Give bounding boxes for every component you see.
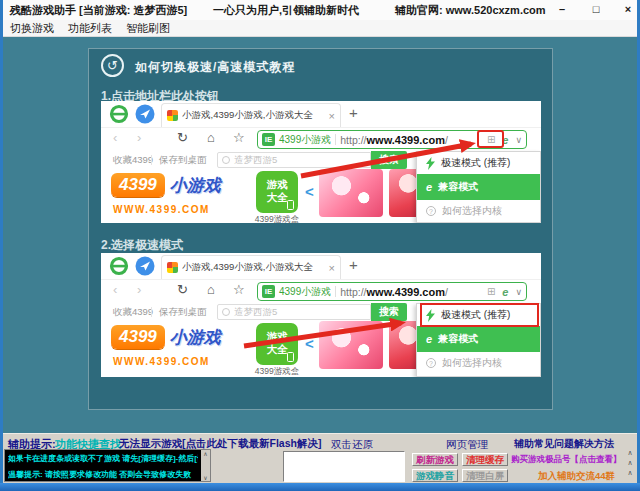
ie-icon: e (426, 333, 432, 345)
url-protocol: http:// (340, 134, 366, 146)
chevron-down-icon: ∨ (515, 135, 522, 145)
menu-feature-list[interactable]: 功能列表 (68, 21, 112, 36)
divider (151, 307, 152, 317)
restore-box[interactable] (283, 451, 405, 482)
search-placeholder: 造梦西游5 (234, 306, 277, 319)
window-website: 辅助官网: www.520cxzm.com (395, 3, 546, 18)
minimize-button[interactable]: – (553, 3, 571, 15)
clear-cache-button[interactable]: 清理缓存 (462, 453, 508, 466)
nav-back-icon: ‹ (113, 130, 117, 145)
tab-title: 小游戏,4399小游戏,小游戏大全 (182, 261, 313, 274)
grid-icon: ⊞ (487, 286, 495, 297)
address-bar: IE 4399小游戏 http://www.4399.com/ ⊞ e ∨ (257, 282, 527, 301)
highlight-box-address (477, 130, 504, 148)
search-button: 搜索 (371, 303, 407, 321)
url-host: www.4399.com (367, 286, 445, 298)
divider (335, 134, 336, 145)
url-text: http://www.4399.com/ (340, 134, 448, 146)
logo-suffix: 小游戏 (170, 326, 221, 349)
paper-plane-icon (135, 256, 155, 276)
kernel-badge-icon: IE (262, 133, 275, 146)
bookmark-item: 收藏4399 (113, 154, 153, 167)
site-name: 4399小游戏 (279, 133, 331, 147)
browser-logo-icon (109, 256, 129, 276)
logo-site-url: WWW.4399.COM (113, 356, 210, 367)
web-management-label: 网页管理 (446, 438, 488, 452)
game-thumbnail (319, 169, 383, 217)
gamebox-caption: 4399游戏盒 (249, 214, 305, 223)
title-bar: 残酷游戏助手 [当前游戏: 造梦西游5] 一心只为用户,引领辅助新时代 辅助官网… (3, 0, 637, 20)
maximize-button[interactable]: □ (587, 3, 605, 15)
lightning-icon (426, 157, 435, 170)
tab-favicon-icon (167, 262, 178, 273)
gamebox-icon: 游戏大全 (256, 323, 298, 365)
back-button[interactable]: ↺ (101, 54, 124, 77)
carousel-prev-icon: < (305, 183, 314, 200)
bookmark-item: 收藏4399 (113, 306, 153, 319)
bookmark-item: 保存到桌面 (159, 306, 207, 319)
site-logo: 4399 小游戏 (111, 173, 221, 197)
kernel-badge-icon: IE (262, 285, 275, 298)
dialog-title: 如何切换极速/高速模式教程 (135, 59, 295, 76)
browser-navbar: ‹ › ↻ ⌂ ☆ IE 4399小游戏 http://www.4399.com… (101, 279, 541, 303)
bookmark-item: 保存到桌面 (159, 154, 207, 167)
faq-title: 辅助常见问题解决方法 (514, 437, 614, 451)
logo-suffix: 小游戏 (170, 174, 221, 197)
buy-account-link[interactable]: 购买游戏极品号【点击查看】 (511, 454, 622, 466)
divider (151, 155, 152, 165)
browser-navbar: ‹ › ↻ ⌂ ☆ IE 4399小游戏 http://www.4399.com… (101, 127, 541, 151)
window-bottom-border (0, 483, 640, 491)
site-logo: 4399 小游戏 (111, 325, 221, 349)
tab-close-icon: × (329, 262, 335, 274)
logo-site-url: WWW.4399.COM (113, 204, 210, 215)
menu-smart-farm[interactable]: 智能刷图 (126, 21, 170, 36)
scroll-up-icon: ∧ (624, 458, 636, 468)
nav-forward-icon: › (137, 130, 141, 145)
scroll-up-icon: ∧ (624, 448, 636, 458)
nav-reload-icon: ↻ (177, 282, 188, 297)
join-group-link[interactable]: 加入辅助交流44群 (538, 470, 615, 483)
hint-console: 如果卡在进度条或读取不了游戏 请先[清理缓存]-然后[切换游戏] 温馨提示: 请… (4, 449, 211, 482)
menu-item-kernel-help: ? 如何选择内核 (417, 200, 540, 222)
tutorial-dialog: ↺ 如何切换极速/高速模式教程 1.点击地址栏此处按钮 小游戏,4399小游戏,… (88, 48, 553, 410)
kernel-dropdown-menu: 极速模式 (推荐) e 兼容模式 ? 如何选择内核 (416, 151, 541, 223)
question-icon: ? (426, 206, 436, 216)
menu-item-compat-mode: e 兼容模式 (417, 326, 540, 352)
new-tab-icon: + (349, 256, 358, 273)
game-thumbnail (319, 321, 383, 369)
fix-whitescreen-button[interactable]: 清理白屏 (462, 469, 508, 482)
window-title: 残酷游戏助手 [当前游戏: 造梦西游5] (10, 3, 187, 18)
search-icon (222, 156, 230, 164)
step2-label: 2.选择极速模式 (101, 237, 183, 254)
scroll-up-icon: ∧ (624, 468, 636, 478)
console-scrollbar[interactable]: ∧ ∨ (201, 450, 210, 481)
menu-switch-game[interactable]: 切换游戏 (10, 21, 54, 36)
window-slogan: 一心只为用户,引领辅助新时代 (213, 3, 359, 18)
url-path: / (445, 286, 448, 298)
menu-bar: 切换游戏 功能列表 智能刷图 (3, 20, 637, 37)
app-window: 残酷游戏助手 [当前游戏: 造梦西游5] 一心只为用户,引领辅助新时代 辅助官网… (0, 0, 640, 491)
question-icon: ? (426, 358, 436, 368)
logo-4399: 4399 (111, 173, 165, 197)
restore-label: 双击还原 (331, 438, 373, 452)
nav-back-icon: ‹ (113, 282, 117, 297)
tab-close-icon: × (329, 110, 335, 122)
tutorial-screenshot-1: 小游戏,4399小游戏,小游戏大全 × + ‹ › ↻ ⌂ ☆ IE 4399小… (101, 101, 541, 223)
gamebox-caption: 4399游戏盒 (249, 366, 305, 377)
close-button[interactable]: × (619, 3, 637, 15)
refresh-game-button[interactable]: 刷新游戏 (412, 453, 458, 466)
site-search-input: 造梦西游5 (217, 152, 371, 168)
tab-title: 小游戏,4399小游戏,小游戏大全 (182, 109, 313, 122)
logo-4399: 4399 (111, 325, 165, 349)
chevron-down-icon: ∨ (515, 287, 522, 297)
paper-plane-icon (135, 104, 155, 124)
menu-item-compat-mode: e 兼容模式 (417, 174, 540, 200)
kernel-switch-icon: e (499, 286, 511, 298)
gamebox-icon: 游戏大全 (256, 171, 298, 213)
marquee-scroll-arrows[interactable]: ∧ ∧ ∧ (624, 448, 636, 478)
nav-star-icon: ☆ (233, 130, 245, 145)
browser-logo-icon (109, 104, 129, 124)
menu-item-speed-mode: 极速模式 (推荐) (417, 152, 540, 174)
mute-game-button[interactable]: 游戏静音 (412, 469, 458, 482)
search-placeholder: 造梦西游5 (234, 154, 277, 167)
